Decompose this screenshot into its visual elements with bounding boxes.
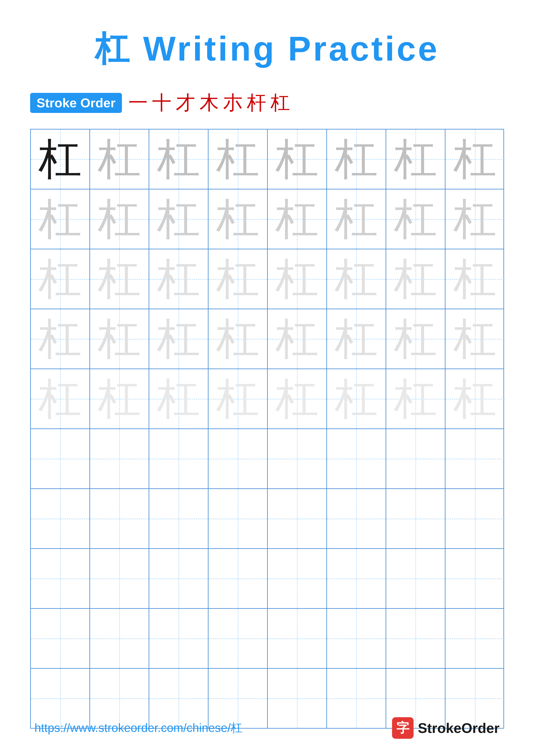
grid-cell[interactable] [445,549,505,608]
grid-cell[interactable] [209,489,268,548]
practice-char: 杠 [394,377,437,420]
grid-cell[interactable]: 杠 [90,129,149,189]
practice-char: 杠 [394,257,437,301]
grid-cell[interactable] [386,489,445,548]
grid-cell[interactable] [327,429,386,488]
grid-cell[interactable] [327,609,386,668]
grid-row-5: 杠 杠 杠 杠 杠 杠 杠 杠 [31,369,503,429]
practice-char: 杠 [394,138,437,181]
grid-cell[interactable]: 杠 [209,189,268,249]
grid-cell[interactable]: 杠 [386,369,445,428]
grid-cell[interactable]: 杠 [268,249,327,309]
practice-char: 杠 [38,198,82,241]
grid-cell[interactable]: 杠 [31,309,90,368]
grid-cell[interactable] [386,609,445,668]
practice-char: 杠 [98,198,141,241]
grid-cell[interactable] [90,609,149,668]
grid-cell[interactable] [327,549,386,608]
practice-char: 杠 [216,138,259,181]
grid-cell[interactable]: 杠 [31,249,90,309]
practice-char: 杠 [394,198,437,241]
grid-cell[interactable]: 杠 [149,189,209,249]
grid-cell[interactable] [327,489,386,548]
grid-cell[interactable]: 杠 [149,249,209,309]
grid-cell[interactable] [90,429,149,488]
grid-cell[interactable]: 杠 [445,129,505,189]
grid-cell[interactable]: 杠 [31,129,90,189]
grid-cell[interactable]: 杠 [90,189,149,249]
practice-char: 杠 [453,257,496,301]
grid-cell[interactable]: 杠 [445,249,505,309]
grid-cell[interactable]: 杠 [90,369,149,428]
grid-cell[interactable]: 杠 [209,129,268,189]
grid-cell[interactable]: 杠 [386,129,445,189]
grid-cell[interactable]: 杠 [327,369,386,428]
grid-cell[interactable] [209,429,268,488]
grid-cell[interactable]: 杠 [209,309,268,368]
practice-char: 杠 [275,257,318,301]
grid-cell[interactable] [149,549,209,608]
grid-cell[interactable] [268,489,327,548]
grid-cell[interactable]: 杠 [327,249,386,309]
grid-cell[interactable]: 杠 [209,249,268,309]
stroke-2: 十 [152,90,171,116]
grid-cell[interactable]: 杠 [445,189,505,249]
grid-cell[interactable] [445,489,505,548]
grid-cell[interactable]: 杠 [445,309,505,368]
grid-cell[interactable] [445,429,505,488]
grid-cell[interactable]: 杠 [31,189,90,249]
grid-cell[interactable]: 杠 [149,129,209,189]
grid-cell[interactable] [268,609,327,668]
practice-char: 杠 [275,317,318,361]
stroke-order-row: Stroke Order 一 十 才 木 朩 杆 杠 [30,90,504,116]
grid-cell[interactable] [90,489,149,548]
practice-char: 杠 [453,138,496,181]
grid-cell[interactable]: 杠 [31,369,90,428]
grid-row-1: 杠 杠 杠 杠 杠 杠 杠 杠 [31,129,503,189]
grid-cell[interactable] [149,429,209,488]
grid-row-8 [31,549,503,609]
grid-cell[interactable] [31,489,90,548]
practice-char: 杠 [157,138,200,181]
practice-grid: 杠 杠 杠 杠 杠 杠 杠 杠 杠 杠 杠 杠 杠 杠 杠 杠 杠 杠 杠 杠 … [30,129,504,729]
stroke-5: 朩 [223,90,242,116]
grid-cell[interactable] [209,549,268,608]
footer-url[interactable]: https://www.strokeorder.com/chinese/杠 [35,720,242,736]
grid-cell[interactable] [209,609,268,668]
grid-row-7 [31,489,503,549]
grid-cell[interactable] [149,489,209,548]
grid-cell[interactable]: 杠 [327,129,386,189]
grid-cell[interactable]: 杠 [386,189,445,249]
footer-brand: 字 StrokeOrder [392,717,499,739]
grid-cell[interactable]: 杠 [386,309,445,368]
grid-cell[interactable]: 杠 [90,249,149,309]
practice-char: 杠 [335,198,378,241]
practice-char: 杠 [216,317,259,361]
page-title: 杠 Writing Practice [95,26,440,72]
grid-cell[interactable]: 杠 [445,369,505,428]
grid-cell[interactable]: 杠 [268,309,327,368]
grid-cell[interactable]: 杠 [149,309,209,368]
grid-cell[interactable]: 杠 [268,369,327,428]
grid-cell[interactable] [268,429,327,488]
grid-cell[interactable] [31,429,90,488]
grid-cell[interactable]: 杠 [90,309,149,368]
grid-cell[interactable]: 杠 [327,189,386,249]
practice-char: 杠 [335,317,378,361]
grid-cell[interactable]: 杠 [327,309,386,368]
practice-char: 杠 [453,377,496,420]
grid-cell[interactable]: 杠 [268,189,327,249]
grid-cell[interactable] [31,549,90,608]
grid-cell[interactable] [445,609,505,668]
grid-cell[interactable] [386,429,445,488]
grid-cell[interactable]: 杠 [149,369,209,428]
grid-row-9 [31,609,503,669]
grid-cell[interactable] [149,609,209,668]
grid-cell[interactable]: 杠 [209,369,268,428]
grid-cell[interactable]: 杠 [386,249,445,309]
grid-cell[interactable] [386,549,445,608]
grid-cell[interactable]: 杠 [268,129,327,189]
grid-cell[interactable] [31,609,90,668]
grid-cell[interactable] [268,549,327,608]
grid-cell[interactable] [90,549,149,608]
